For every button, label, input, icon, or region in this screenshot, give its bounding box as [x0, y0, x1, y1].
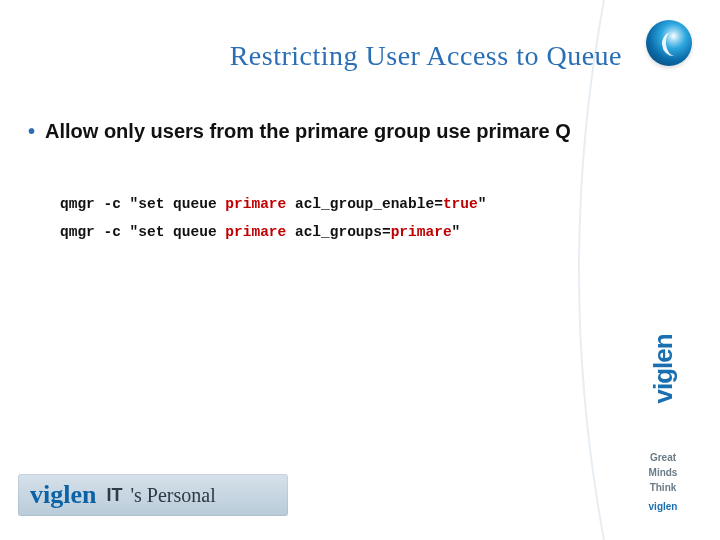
banner-tag: 's Personal	[130, 484, 215, 507]
banner-brand: viglen	[30, 480, 96, 510]
slide: Restricting User Access to Queue • Allow…	[0, 0, 720, 540]
side-tagline: Great Minds Think	[634, 450, 692, 495]
side-brand: viglen Great Minds Think viglen	[634, 359, 692, 512]
slide-title: Restricting User Access to Queue	[0, 40, 622, 72]
side-brand-small: viglen	[634, 501, 692, 512]
side-tag-line: Minds	[634, 465, 692, 480]
code-block: qmgr -c "set queue primare acl_group_ena…	[60, 191, 610, 246]
banner-it: IT	[106, 485, 122, 506]
code-text: acl_groups=	[286, 224, 390, 240]
code-highlight: true	[443, 196, 478, 212]
side-tag-line: Great	[634, 450, 692, 465]
code-line-2: qmgr -c "set queue primare acl_groups=pr…	[60, 219, 610, 247]
code-text: "	[478, 196, 487, 212]
code-highlight: primare	[225, 224, 286, 240]
code-highlight: primare	[391, 224, 452, 240]
decorative-curve	[544, 0, 624, 540]
bullet-text: Allow only users from the primare group …	[45, 120, 571, 143]
bullet-icon: •	[28, 121, 35, 141]
code-text: qmgr -c "set queue	[60, 224, 225, 240]
code-text: "	[452, 224, 461, 240]
code-highlight: primare	[225, 196, 286, 212]
side-tag-line: Think	[634, 480, 692, 495]
brand-logo-icon: viglen	[648, 346, 679, 404]
code-text: qmgr -c "set queue	[60, 196, 225, 212]
slide-content: • Allow only users from the primare grou…	[28, 120, 610, 246]
bottom-banner: viglen IT 's Personal	[18, 474, 288, 516]
code-line-1: qmgr -c "set queue primare acl_group_ena…	[60, 191, 610, 219]
bullet-item: • Allow only users from the primare grou…	[28, 120, 610, 143]
code-text: acl_group_enable=	[286, 196, 443, 212]
sphere-logo-icon	[646, 20, 692, 66]
